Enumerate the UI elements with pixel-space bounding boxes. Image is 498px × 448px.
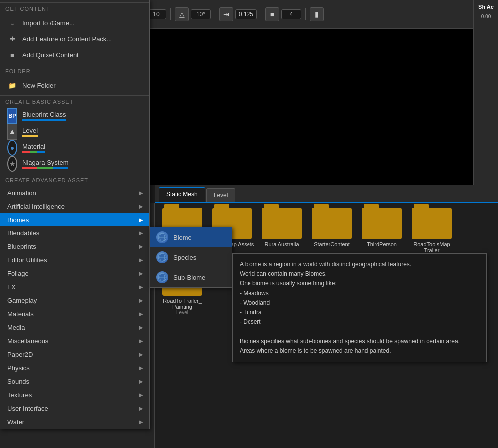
add-quixel-icon: ■ [7,50,17,60]
tooltip-line-5: - Woodland [240,298,479,308]
import-to-game-item[interactable]: ⇓ Import to /Game... [0,15,149,31]
sounds-item[interactable]: Sounds ► [0,375,149,388]
species-item[interactable]: Species [150,247,232,267]
folder-header: FOLDER [0,65,149,77]
miscellaneous-item[interactable]: Miscellaneous ► [0,334,149,348]
folder-icon [312,208,352,239]
foliage-arrow: ► [138,270,144,277]
user-interface-item[interactable]: User Interface ► [0,402,149,415]
sub-biome-item[interactable]: Sub-Biome [150,267,232,287]
tab-level[interactable]: Level [206,188,236,202]
folder-label: RuralAustralia [264,241,299,247]
toolbar-separator-3 [170,8,171,20]
animation-arrow: ► [138,189,144,197]
blendables-item[interactable]: Blendables ► [0,226,149,240]
media-item[interactable]: Media ► [0,321,149,334]
water-item[interactable]: Water ► [0,415,149,429]
snap-count-icon[interactable]: ■ [265,7,279,21]
niagara-item[interactable]: ★ Niagara System [0,156,149,172]
editor-utilities-arrow: ► [138,256,144,264]
add-feature-icon: ✚ [7,34,17,44]
biome-item[interactable]: Biome [150,227,232,247]
blendables-arrow: ► [138,229,144,237]
right-panel-value: 0.00 [481,14,491,19]
right-panel-label: Sh Ac [478,4,494,10]
tooltip-line-2: World can contain many Biomes. [240,269,479,279]
tab-static-mesh[interactable]: Static Mesh [159,187,205,202]
material-item[interactable]: ● Material [0,140,149,156]
gameplay-item[interactable]: Gameplay ► [0,294,149,307]
toolbar-separator-4 [215,8,215,20]
import-icon: ⇓ [7,18,17,28]
tooltip-line-9: Biomes specifies what sub-biomes and spe… [240,337,479,346]
materials-arrow: ► [138,310,144,318]
textures-item[interactable]: Textures ► [0,388,149,402]
scale-icon[interactable]: ⇥ [219,7,233,21]
animation-item[interactable]: Animation ► [0,186,149,200]
folder-sublabel: Level [176,310,188,315]
tooltip-line-6: - Tundra [240,308,479,317]
biome-icon [156,231,168,243]
water-arrow: ► [138,418,144,426]
sounds-arrow: ► [138,378,144,385]
tabs-bar: Static Mesh Level [155,185,498,203]
folder-icon [262,208,302,239]
blueprints-item[interactable]: Blueprints ► [0,240,149,253]
folder-item[interactable]: StarterContent [309,208,354,259]
artificial-intelligence-item[interactable]: Artificial Intelligence ► [0,200,149,213]
user-interface-arrow: ► [138,405,144,412]
create-basic-header: CREATE BASIC ASSET [0,95,149,108]
blueprints-arrow: ► [138,243,144,250]
toolbar-separator-6 [305,8,306,20]
folder-icon [412,208,452,239]
add-quixel-item[interactable]: ■ Add Quixel Content [0,47,149,63]
material-icon: ● [7,143,17,153]
get-content-header: GET CONTENT [0,2,149,15]
dropdown-menu: GET CONTENT ⇓ Import to /Game... ✚ Add F… [0,0,150,429]
folder-item[interactable]: ThirdPerson [359,208,404,259]
paper2d-item[interactable]: Paper2D ► [0,348,149,361]
biomes-submenu: Biome Species Sub-Biome [150,227,232,288]
editor-utilities-item[interactable]: Editor Utilities ► [0,253,149,267]
new-folder-item[interactable]: 📁 New Folder [0,77,149,93]
tooltip-line-4: - Meadows [240,289,479,298]
ai-arrow: ► [138,203,144,210]
biomes-arrow: ► [138,216,144,224]
folder-item[interactable]: RuralAustralia [259,208,304,259]
biomes-item[interactable]: Biomes ► [0,213,149,226]
add-feature-item[interactable]: ✚ Add Feature or Content Pack... [0,31,149,47]
level-item[interactable]: ▲ Level [0,124,149,140]
scale-value[interactable]: 0.125 [235,9,257,19]
blueprint-class-item[interactable]: BP Blueprint Class [0,108,149,124]
angle-value[interactable]: 10° [191,9,211,19]
tooltip-line-8 [240,327,479,336]
gameplay-arrow: ► [138,297,144,304]
folder-icon [362,208,402,239]
fx-item[interactable]: FX ► [0,280,149,294]
blueprint-icon: BP [7,111,17,121]
level-icon: ▲ [7,127,17,137]
physics-item[interactable]: Physics ► [0,361,149,375]
camera-icon[interactable]: ▮ [310,7,324,21]
foliage-item[interactable]: Foliage ► [0,267,149,280]
paper2d-arrow: ► [138,351,144,358]
textures-arrow: ► [138,391,144,399]
new-folder-icon: 📁 [7,80,17,90]
biome-tooltip: A biome is a region in a world with dist… [232,253,487,362]
tooltip-line-10: Areas where a biome is to be spawned are… [240,346,479,356]
toolbar-separator-5 [261,8,261,20]
folder-item[interactable]: RoadToolsMap TrailerLevel [409,208,454,259]
folder-label: RoadTo Trailer_ Painting [160,298,205,310]
tooltip-line-1: A biome is a region in a world with dist… [240,260,479,269]
folder-label: ThirdPerson [367,241,397,247]
materials-item[interactable]: Materials ► [0,307,149,321]
create-advanced-header: CREATE ADVANCED ASSET [0,174,149,186]
snap-count-value[interactable]: 4 [281,9,301,19]
right-mini-panel: Sh Ac 0.00 [473,0,498,185]
fx-arrow: ► [138,283,144,291]
tooltip-line-3: One biome is usually something like: [240,279,479,288]
tooltip-line-7: - Desert [240,317,479,327]
folder-label: RoadToolsMap Trailer [409,241,454,253]
species-icon [156,251,168,263]
angle-icon[interactable]: △ [175,7,189,21]
